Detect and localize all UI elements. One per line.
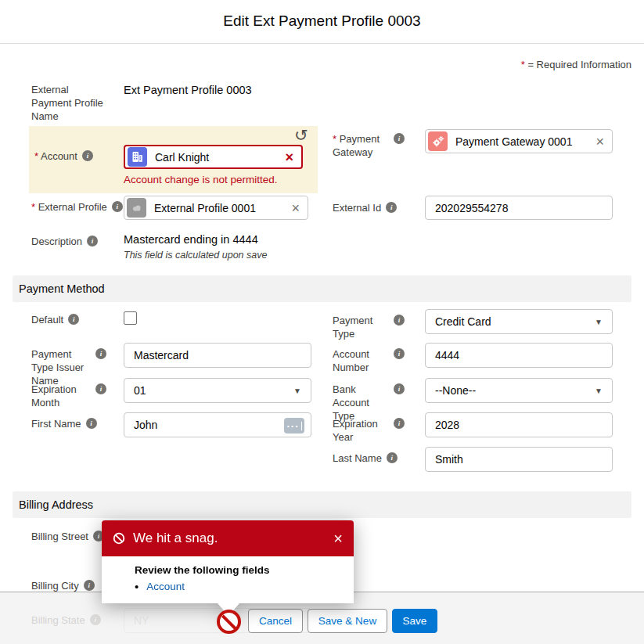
info-icon[interactable]: i: [87, 236, 98, 246]
external-id-label: External Id i: [333, 201, 405, 214]
last-name-input[interactable]: Smith: [425, 447, 613, 472]
info-icon[interactable]: i: [394, 348, 405, 359]
payment-type-label: Payment Type i: [333, 314, 405, 340]
payment-gateway-record-icon: [428, 131, 448, 151]
expiration-year-label: Expiration Year i: [333, 417, 405, 444]
info-icon[interactable]: i: [387, 452, 398, 463]
payment-type-select[interactable]: Credit Card ▼: [425, 309, 613, 334]
info-icon[interactable]: i: [86, 418, 97, 429]
remove-account-icon[interactable]: ×: [283, 150, 295, 164]
page-title: Edit Ext Payment Profile 0003: [0, 13, 644, 30]
close-icon[interactable]: ×: [333, 531, 343, 546]
info-icon[interactable]: i: [82, 150, 93, 161]
account-record-icon: [128, 147, 147, 167]
payment-gateway-label: * Payment Gateway i: [333, 132, 405, 159]
default-checkbox[interactable]: [124, 311, 137, 325]
external-id-input[interactable]: 202029554278: [425, 196, 613, 220]
save-and-new-button[interactable]: Save & New: [308, 609, 387, 633]
info-icon[interactable]: i: [95, 383, 106, 394]
bank-account-type-select[interactable]: --None-- ▼: [425, 378, 613, 403]
cancel-button[interactable]: Cancel: [248, 609, 303, 633]
section-billing-address: Billing Address: [13, 491, 631, 518]
info-icon[interactable]: i: [394, 383, 405, 394]
profile-name-label: External Payment Profile Name: [31, 83, 106, 123]
edit-payment-profile-modal: Edit Ext Payment Profile 0003 * = Requir…: [0, 0, 644, 644]
external-profile-pill-value: External Profile 0001: [146, 202, 290, 214]
title-divider: [0, 43, 644, 44]
account-number-label: Account Number i: [333, 347, 405, 374]
save-button[interactable]: Save: [392, 609, 437, 633]
account-pill-value: Carl Knight: [147, 151, 283, 164]
chevron-down-icon: ▼: [293, 387, 301, 395]
last-name-label: Last Name i: [333, 452, 405, 465]
section-payment-method: Payment Method: [13, 275, 631, 302]
info-icon[interactable]: i: [394, 133, 405, 144]
info-icon[interactable]: i: [386, 202, 397, 213]
issuer-name-label: Payment Type Issuer Name i: [31, 347, 106, 387]
expiration-month-select[interactable]: 01 ▼: [124, 378, 311, 403]
error-popover-heading: Review the following fields: [135, 564, 344, 576]
info-icon[interactable]: i: [84, 580, 95, 591]
error-popover-title: We hit a snag.: [133, 531, 326, 546]
chevron-down-icon: ▼: [595, 387, 603, 395]
external-profile-lookup-pill[interactable]: External Profile 0001 ×: [124, 196, 308, 220]
billing-city-label: Billing City i: [31, 579, 95, 592]
required-information-note: * = Required Information: [521, 59, 631, 70]
error-field-link-account[interactable]: Account: [146, 581, 185, 592]
account-lookup-pill[interactable]: Carl Knight ×: [124, 145, 303, 169]
ban-icon: [113, 532, 125, 545]
error-popover-body: Review the following fields • Account: [102, 556, 354, 603]
remove-payment-gateway-icon[interactable]: ×: [594, 135, 606, 149]
description-value: Mastercard ending in 4444: [124, 233, 258, 246]
chevron-down-icon: ▼: [595, 318, 603, 326]
info-icon[interactable]: i: [68, 314, 79, 325]
account-number-input[interactable]: 4444: [425, 343, 613, 368]
account-label: * Account i: [34, 149, 113, 163]
autofill-icon[interactable]: ···: [284, 418, 304, 434]
account-error-message: Account change is not permitted.: [124, 174, 278, 185]
info-icon[interactable]: i: [95, 348, 106, 359]
error-field-item: • Account: [135, 581, 344, 592]
profile-name-value: Ext Payment Profile 0003: [124, 84, 252, 96]
info-icon[interactable]: i: [112, 201, 123, 212]
payment-gateway-pill-value: Payment Gateway 0001: [448, 135, 594, 148]
default-label: Default i: [31, 313, 79, 326]
description-label: Description i: [31, 235, 106, 248]
first-name-input[interactable]: John ···: [124, 412, 311, 437]
issuer-name-input[interactable]: Mastercard: [124, 343, 311, 368]
bullet-icon: •: [135, 581, 139, 592]
info-icon[interactable]: i: [394, 315, 405, 326]
external-profile-label: * External Profile i: [31, 200, 133, 214]
expiration-year-input[interactable]: 2028: [425, 412, 613, 437]
required-asterisk: *: [521, 59, 525, 70]
info-icon[interactable]: i: [394, 418, 405, 429]
error-popover-header: We hit a snag. ×: [102, 520, 354, 556]
first-name-label: First Name i: [31, 417, 106, 430]
error-popover: We hit a snag. × Review the following fi…: [102, 520, 354, 603]
description-helper-note: This field is calculated upon save: [124, 250, 267, 261]
billing-street-label: Billing Street i: [31, 530, 104, 543]
external-profile-record-icon: [127, 198, 146, 218]
not-allowed-cursor-icon: [217, 610, 241, 634]
remove-external-profile-icon[interactable]: ×: [290, 201, 301, 215]
payment-gateway-lookup-pill[interactable]: Payment Gateway 0001 ×: [425, 129, 613, 153]
expiration-month-label: Expiration Month i: [31, 383, 106, 409]
undo-icon[interactable]: ↺: [294, 126, 308, 145]
